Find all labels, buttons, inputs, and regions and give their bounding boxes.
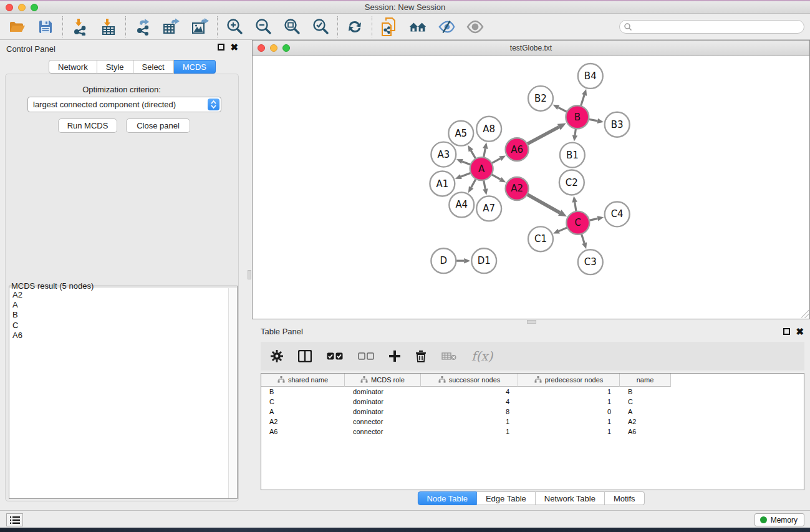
export-image-icon[interactable]	[191, 18, 209, 36]
graph-arrowhead-D-D1	[464, 258, 470, 263]
graph-arrowhead-B-B4	[582, 89, 587, 96]
table-cell: C	[261, 398, 345, 405]
refresh-icon[interactable]	[346, 18, 364, 36]
tab-mcds[interactable]: MCDS	[174, 60, 216, 74]
table-cell: 8	[421, 408, 518, 415]
list-icon	[10, 516, 20, 525]
mcds-result-item[interactable]: C	[12, 321, 228, 331]
delete-row-icon[interactable]	[415, 350, 427, 362]
close-table-panel-icon[interactable]: ✖	[796, 328, 804, 335]
table-cell: 1	[421, 428, 518, 435]
table-row[interactable]: A6connector11A6	[261, 427, 804, 437]
tab-select[interactable]: Select	[133, 60, 174, 74]
tab-node-table[interactable]: Node Table	[417, 491, 477, 505]
table-cell: 1	[518, 428, 620, 435]
close-panel-icon[interactable]: ✖	[230, 44, 238, 51]
show-graphics-details-icon[interactable]	[466, 18, 484, 36]
table-row[interactable]: Adominator80A	[261, 407, 804, 417]
zoom-out-icon[interactable]	[254, 18, 272, 36]
column-icon[interactable]	[298, 350, 312, 362]
graph-arrowhead-A-A3	[456, 159, 463, 164]
table-cell: connector	[345, 418, 421, 425]
search-icon	[624, 22, 632, 31]
zoom-fit-icon[interactable]	[283, 18, 301, 36]
panel-splitter-handle[interactable]	[527, 320, 536, 324]
mcds-result-item[interactable]: A2	[12, 290, 228, 300]
add-row-icon[interactable]	[389, 351, 400, 362]
run-mcds-button[interactable]: Run MCDS	[58, 118, 117, 133]
node-table[interactable]: shared nameMCDS rolesuccessor nodesprede…	[261, 373, 804, 490]
tab-style[interactable]: Style	[97, 60, 133, 74]
graph-node-label-A6: A6	[511, 144, 523, 155]
graph-arrowhead-C-C3	[582, 243, 587, 249]
column-header-name[interactable]: name	[620, 374, 671, 387]
select-all-icon[interactable]	[327, 352, 343, 360]
deselect-all-icon[interactable]	[358, 352, 374, 360]
graph-node-label-B4: B4	[584, 70, 597, 82]
column-header-label: predecessor nodes	[545, 376, 604, 384]
resize-grip-icon[interactable]	[800, 309, 809, 318]
network-window-titlebar[interactable]: testGlobe.txt	[253, 41, 809, 56]
search-field[interactable]	[619, 20, 804, 34]
control-panel-tabs: NetworkStyleSelectMCDS	[49, 60, 216, 74]
graph-node-label-A8: A8	[483, 123, 495, 135]
status-bar: Memory	[0, 510, 810, 528]
optimization-criterion-dropdown[interactable]: largest connected component (directed)	[27, 97, 221, 112]
table-row[interactable]: Bdominator41B	[261, 387, 804, 397]
mcds-result-scrollbar[interactable]	[228, 288, 237, 498]
table-row[interactable]: A2connector11A2	[261, 417, 804, 427]
mcds-result-list[interactable]: A2ABCA6	[9, 288, 228, 498]
column-header-label: name	[637, 376, 654, 384]
network-graph: B4B2BB3A8A5A6A3B1AC2A1A2A4A7C4CC1DD1C3	[253, 57, 809, 319]
delete-table-icon[interactable]	[441, 351, 456, 361]
open-file-icon[interactable]	[8, 18, 26, 36]
graph-node-label-A4: A4	[455, 199, 468, 210]
column-header-MCDS-role[interactable]: MCDS role	[345, 374, 421, 387]
graph-arrowhead-A-A8	[483, 142, 488, 149]
column-header-label: successor nodes	[449, 376, 501, 384]
mcds-result-item[interactable]: A	[12, 300, 228, 310]
import-network-icon[interactable]	[71, 18, 89, 36]
tab-motifs[interactable]: Motifs	[605, 491, 645, 505]
network-canvas[interactable]: B4B2BB3A8A5A6A3B1AC2A1A2A4A7C4CC1DD1C3	[253, 57, 809, 319]
close-panel-button[interactable]: Close panel	[126, 118, 190, 133]
float-table-panel-icon[interactable]	[783, 328, 790, 335]
save-session-icon[interactable]	[37, 18, 54, 36]
table-cell: C	[620, 398, 671, 405]
export-network-icon[interactable]	[134, 18, 152, 36]
hide-graphics-details-icon[interactable]	[438, 18, 455, 36]
tab-network[interactable]: Network	[49, 60, 97, 74]
table-toolbar: f(x)	[261, 342, 804, 370]
task-history-button[interactable]	[6, 513, 23, 526]
gear-icon[interactable]	[271, 350, 283, 362]
function-icon[interactable]: f(x)	[471, 349, 493, 364]
panel-splitter-handle[interactable]	[248, 270, 251, 279]
graph-arrowhead-A-A7	[483, 188, 488, 195]
home-icon[interactable]	[409, 18, 427, 36]
column-header-shared-name[interactable]: shared name	[261, 374, 345, 387]
table-cell: A2	[261, 418, 345, 425]
table-cell: 1	[518, 398, 620, 405]
graph-arrowhead-A-A1	[455, 174, 462, 179]
memory-label: Memory	[771, 516, 798, 525]
table-row[interactable]: Cdominator41C	[261, 397, 804, 407]
graph-node-label-A5: A5	[455, 128, 467, 139]
memory-button[interactable]: Memory	[755, 513, 804, 526]
import-table-icon[interactable]	[100, 18, 117, 36]
column-header-predecessor-nodes[interactable]: predecessor nodes	[518, 374, 620, 387]
new-network-from-selection-icon[interactable]	[380, 18, 398, 36]
mcds-result-item[interactable]: B	[12, 310, 228, 320]
tab-edge-table[interactable]: Edge Table	[477, 491, 536, 505]
search-input[interactable]	[632, 22, 804, 31]
zoom-selected-icon[interactable]	[312, 18, 329, 36]
app-titlebar: Session: New Session	[0, 1, 810, 14]
zoom-in-icon[interactable]	[226, 18, 243, 36]
column-header-successor-nodes[interactable]: successor nodes	[421, 374, 518, 387]
memory-status-icon	[760, 516, 767, 523]
export-table-icon[interactable]	[163, 18, 180, 36]
graph-node-label-A: A	[478, 163, 485, 175]
float-panel-icon[interactable]	[218, 44, 224, 51]
table-cell: 4	[421, 398, 518, 405]
mcds-result-item[interactable]: A6	[12, 331, 228, 341]
tab-network-table[interactable]: Network Table	[536, 491, 605, 505]
